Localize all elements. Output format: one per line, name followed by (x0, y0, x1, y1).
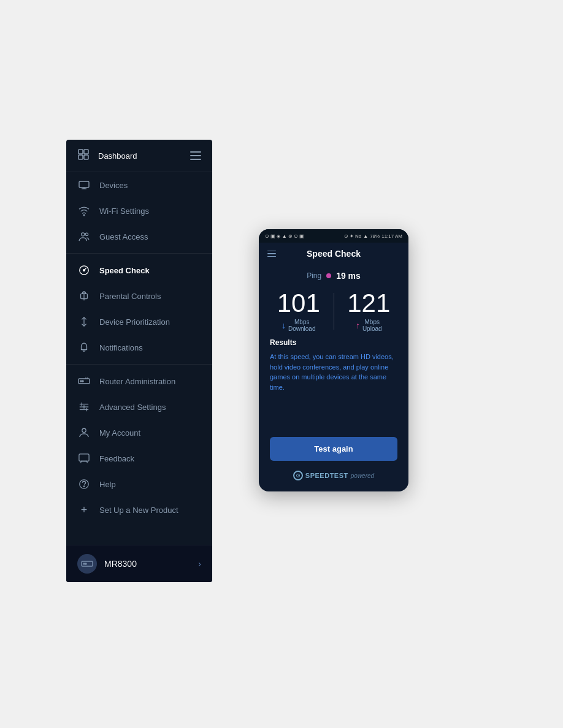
sidebar-header: Dashboard (66, 140, 212, 172)
router-admin-label: Router Administration (99, 377, 175, 386)
status-bar-right: ⊙ ✦ Nd ▲ 78% 11:17 AM (344, 233, 402, 239)
sidebar-item-help[interactable]: Help (66, 471, 212, 497)
svg-rect-4 (79, 181, 89, 188)
sidebar: Dashboard Devices Wi-Fi Sett (66, 140, 212, 582)
upload-label: Upload (362, 325, 382, 332)
sidebar-item-notifications[interactable]: Notifications (66, 335, 212, 360)
svg-point-8 (82, 233, 85, 236)
svg-rect-2 (79, 155, 83, 159)
speed-check-label: Speed Check (99, 266, 150, 275)
devices-icon (77, 178, 91, 192)
parental-icon (77, 289, 91, 303)
speedtest-logo-icon (293, 471, 303, 480)
svg-rect-0 (79, 150, 83, 154)
advanced-icon (77, 400, 91, 414)
notifications-label: Notifications (99, 343, 143, 352)
sidebar-item-router-admin[interactable]: Router Administration (66, 368, 212, 394)
advanced-label: Advanced Settings (99, 403, 166, 412)
upload-unit-row: ↑ Mbps Upload (340, 319, 398, 332)
sidebar-footer: MR8300 › (66, 545, 212, 582)
sidebar-item-devices[interactable]: Devices (66, 172, 212, 198)
upload-arrow-icon: ↑ (356, 320, 360, 330)
ping-label: Ping (307, 271, 321, 280)
download-unit: Mbps (288, 319, 315, 325)
svg-point-16 (80, 381, 82, 382)
svg-point-32 (83, 486, 84, 487)
sidebar-item-wifi[interactable]: Wi-Fi Settings (66, 198, 212, 224)
feedback-icon (77, 452, 91, 465)
hamburger-menu[interactable] (190, 151, 201, 160)
sidebar-divider-1 (66, 253, 212, 254)
guest-label: Guest Access (99, 232, 148, 241)
sidebar-divider-2 (66, 364, 212, 365)
sidebar-item-feedback[interactable]: Feedback (66, 446, 212, 471)
ping-dot (326, 273, 331, 278)
feedback-label: Feedback (99, 454, 134, 463)
phone-page-title: Speed Check (307, 249, 361, 259)
wifi-label: Wi-Fi Settings (99, 207, 149, 216)
download-label: Download (288, 325, 315, 332)
battery-level: 78% (370, 233, 380, 239)
sidebar-item-setup[interactable]: + Set Up a New Product (66, 497, 212, 523)
speed-row: 101 ↓ Mbps Download 121 ↑ Mbps Upload (270, 290, 397, 332)
download-unit-row: ↓ Mbps Download (270, 319, 327, 332)
router-admin-icon (77, 374, 91, 388)
speedcheck-icon (77, 264, 91, 277)
help-label: Help (99, 480, 116, 489)
notifications-icon (77, 341, 91, 354)
speedtest-logo: SPEEDTEST powered (259, 471, 408, 480)
parental-label: Parental Controls (99, 292, 161, 301)
status-bar-left: ⊙ ▣ ◈ ▲ ⊛ ⊙ ▣ (265, 233, 304, 239)
sidebar-item-parental[interactable]: Parental Controls (66, 283, 212, 309)
sidebar-item-priority[interactable]: Device Prioritization (66, 309, 212, 335)
status-icons: ⊙ ▣ ◈ ▲ ⊛ ⊙ ▣ (265, 233, 304, 239)
test-again-button[interactable]: Test again (270, 437, 397, 461)
upload-value: 121 (340, 290, 398, 316)
wifi-signal-icon: ▲ (363, 233, 368, 239)
svg-point-7 (83, 214, 85, 216)
status-bar: ⊙ ▣ ◈ ▲ ⊛ ⊙ ▣ ⊙ ✦ Nd ▲ 78% 11:17 AM (259, 229, 408, 243)
download-speed: 101 ↓ Mbps Download (270, 290, 327, 332)
help-icon (77, 477, 91, 491)
router-name: MR8300 (104, 559, 137, 569)
sidebar-item-account[interactable]: My Account (66, 420, 212, 446)
dashboard-icon (77, 148, 90, 163)
setup-label: Set Up a New Product (99, 506, 178, 515)
ping-value: 19 ms (336, 271, 361, 281)
account-icon (77, 426, 91, 439)
results-section: Results At this speed, you can stream HD… (270, 338, 397, 392)
svg-point-35 (85, 563, 86, 564)
svg-point-11 (83, 270, 85, 271)
time-display: 11:17 AM (381, 233, 402, 239)
svg-rect-30 (79, 454, 89, 461)
sidebar-item-advanced[interactable]: Advanced Settings (66, 394, 212, 420)
phone-mockup: ⊙ ▣ ◈ ▲ ⊛ ⊙ ▣ ⊙ ✦ Nd ▲ 78% 11:17 AM Spee… (259, 229, 408, 491)
dashboard-label: Dashboard (98, 151, 137, 161)
results-title: Results (270, 338, 397, 347)
speedtest-text: SPEEDTEST (305, 472, 348, 479)
wifi-icon (77, 204, 91, 218)
router-info[interactable]: MR8300 (77, 554, 137, 574)
guest-icon (77, 230, 91, 243)
sidebar-item-guest[interactable]: Guest Access (66, 224, 212, 249)
signal-icon: ⊙ ✦ Nd (344, 233, 362, 239)
svg-point-34 (83, 563, 85, 564)
svg-rect-3 (84, 155, 88, 159)
sidebar-item-speed-check[interactable]: Speed Check (66, 257, 212, 283)
add-icon: + (77, 503, 91, 517)
download-arrow-icon: ↓ (282, 320, 286, 330)
devices-label: Devices (99, 181, 128, 190)
powered-text: powered (351, 472, 374, 479)
download-value: 101 (270, 290, 327, 316)
phone-hamburger-icon[interactable] (267, 251, 276, 257)
svg-point-9 (85, 233, 88, 235)
upload-unit: Mbps (362, 319, 382, 325)
phone-content: Ping 19 ms 101 ↓ Mbps Download 121 (259, 265, 408, 398)
svg-rect-1 (84, 150, 88, 154)
speed-divider (334, 293, 334, 330)
router-device-icon (77, 554, 97, 574)
priority-icon (77, 315, 91, 328)
svg-point-17 (82, 381, 83, 382)
results-text: At this speed, you can stream HD videos,… (270, 352, 397, 392)
priority-label: Device Prioritization (99, 317, 170, 327)
